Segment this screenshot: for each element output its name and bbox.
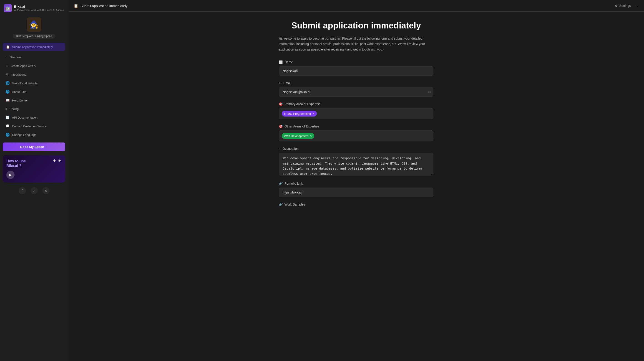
sidebar-item-language[interactable]: 🌐 Change Language <box>3 131 65 139</box>
sidebar-item-about[interactable]: 🌐 About Bika <box>3 88 65 96</box>
occupation-label-text: Occupation <box>282 147 298 150</box>
portfolio-label-text: Portfolio Link <box>284 182 303 185</box>
more-options-button[interactable]: ⋯ <box>634 3 638 8</box>
sidebar-item-pricing[interactable]: $ Pricing <box>3 105 65 113</box>
primary-expertise-label-text: Primary Area of Expertise <box>284 102 321 106</box>
sidebar-item-contact[interactable]: 💬 Contact Customer Service <box>3 122 65 130</box>
occupation-field: ≡ Occupation Web development engineers a… <box>279 147 434 176</box>
facebook-icon[interactable]: f <box>19 187 26 194</box>
api-docs-icon: 📄 <box>6 115 10 120</box>
settings-label: Settings <box>619 4 631 8</box>
language-icon: 🌐 <box>6 133 10 137</box>
primary-expertise-label: 🎯 Primary Area of Expertise <box>279 102 434 106</box>
sidebar-active-submit[interactable]: 📋 Submit application immediately <box>3 43 65 51</box>
social-links: f ♪ ✕ <box>0 184 68 198</box>
portfolio-link-field: 🔗 Portfolio Link <box>279 182 434 197</box>
other-expertise-tag-close[interactable]: ✕ <box>310 134 312 138</box>
sidebar-active-label: Submit application immediately <box>12 45 53 49</box>
form-container: Submit application immediately Hi, welco… <box>279 21 434 206</box>
email-input[interactable] <box>279 87 434 97</box>
avatar: 🧙 <box>27 17 42 32</box>
nav-pricing-label: Pricing <box>10 107 19 111</box>
nav-contact-label: Contact Customer Service <box>12 125 46 128</box>
topbar: 📋 Submit application immediately ⚙ Setti… <box>68 0 644 12</box>
help-icon: 📖 <box>6 98 10 102</box>
other-expertise-label-icon: 🎯 <box>279 125 283 128</box>
create-apps-icon: ◎ <box>6 64 8 68</box>
twitter-label: ✕ <box>44 189 47 193</box>
name-input[interactable] <box>279 66 434 76</box>
nav-discover-label: Discover <box>10 56 22 59</box>
settings-icon: ⚙ <box>615 4 618 8</box>
work-samples-field: 🔗 Work Samples <box>279 203 434 206</box>
primary-expertise-tag-close[interactable]: ✕ <box>312 112 314 115</box>
sidebar-item-discover[interactable]: ○ Discover <box>3 53 65 61</box>
promo-stars: ✦ ✦ <box>52 158 62 163</box>
name-label: ⬜ Name <box>279 60 434 64</box>
other-expertise-tag-text: Web Development <box>284 134 308 138</box>
sidebar-nav: ○ Discover ◎ Create Apps with AI ◎ Integ… <box>0 52 68 140</box>
nav-integrations-label: Integrations <box>11 73 26 76</box>
sidebar: 🤖 Bika.ai Automate your work with Busine… <box>0 0 68 361</box>
email-input-wrapper: ✉ <box>279 87 434 97</box>
main-area: 📋 Submit application immediately ⚙ Setti… <box>68 0 644 361</box>
brand-subtitle: Automate your work with Business AI Agen… <box>14 9 64 12</box>
work-samples-label-text: Work Samples <box>284 203 305 206</box>
go-to-space-label: Go to My Space → <box>20 145 48 149</box>
about-icon: 🌐 <box>6 90 10 94</box>
facebook-label: f <box>22 189 23 193</box>
sidebar-avatar-section: 🧙 Bika Template Building Space <box>0 15 68 42</box>
primary-expertise-field: 🎯 Primary Area of Expertise IT and Progr… <box>279 102 434 119</box>
portfolio-label-icon: 🔗 <box>279 182 283 185</box>
occupation-textarea[interactable]: Web development engineers are responsibl… <box>279 153 434 175</box>
discover-icon: ○ <box>6 55 8 59</box>
form-main-title: Submit application immediately <box>279 21 434 31</box>
name-label-text: Name <box>284 60 293 64</box>
nav-language-label: Change Language <box>12 133 36 137</box>
name-field: ⬜ Name <box>279 60 434 76</box>
content-area: Submit application immediately Hi, welco… <box>68 12 644 361</box>
integrations-icon: ◎ <box>6 72 8 77</box>
promo-line1: How to use <box>6 159 26 163</box>
email-input-icon: ✉ <box>428 90 431 94</box>
go-to-my-space-button[interactable]: Go to My Space → <box>3 143 65 151</box>
nav-visit-website-label: Visit official website <box>12 82 38 85</box>
other-expertise-tag[interactable]: Web Development ✕ <box>282 133 314 139</box>
space-badge[interactable]: Bika Template Building Space <box>13 34 55 39</box>
promo-play-button[interactable]: ▶ <box>6 171 14 179</box>
email-label-icon: ✉ <box>279 81 282 85</box>
email-field: ✉ Email ✉ <box>279 81 434 97</box>
primary-expertise-tag-container[interactable]: IT and Programming ✕ <box>279 108 434 119</box>
sidebar-item-create-apps[interactable]: ◎ Create Apps with AI <box>3 62 65 70</box>
other-expertise-label: 🎯 Other Areas of Expertise <box>279 125 434 128</box>
promo-line2: Bika.ai ? <box>6 164 22 168</box>
nav-api-docs-label: API Documentation <box>12 116 38 119</box>
occupation-label-icon: ≡ <box>279 147 280 150</box>
twitter-icon[interactable]: ✕ <box>42 187 50 194</box>
tiktok-icon[interactable]: ♪ <box>30 187 38 194</box>
visit-website-icon: 🌐 <box>6 81 10 85</box>
sidebar-item-help[interactable]: 📖 Help Center <box>3 96 65 105</box>
contact-icon: 💬 <box>6 124 10 128</box>
settings-button[interactable]: ⚙ Settings <box>615 4 631 8</box>
primary-expertise-tag-text: IT and Programming <box>284 112 311 115</box>
sidebar-item-visit-website[interactable]: 🌐 Visit official website <box>3 79 65 87</box>
other-expertise-label-text: Other Areas of Expertise <box>284 125 319 128</box>
primary-expertise-label-icon: 🎯 <box>279 102 283 106</box>
topbar-right: ⚙ Settings ⋯ <box>615 3 638 8</box>
primary-expertise-tag[interactable]: IT and Programming ✕ <box>282 111 317 117</box>
topbar-title: Submit application immediately <box>80 4 128 8</box>
portfolio-link-input[interactable] <box>279 188 434 197</box>
nav-create-apps-label: Create Apps with AI <box>11 64 36 68</box>
sidebar-brand-info: Bika.ai Automate your work with Business… <box>14 5 64 12</box>
submit-icon: 📋 <box>6 45 10 49</box>
tiktok-label: ♪ <box>33 189 35 193</box>
other-expertise-tag-container[interactable]: Web Development ✕ <box>279 130 434 141</box>
topbar-left: 📋 Submit application immediately <box>74 4 128 8</box>
nav-help-label: Help Center <box>12 99 28 102</box>
sidebar-item-api-docs[interactable]: 📄 API Documentation <box>3 113 65 122</box>
work-samples-label-icon: 🔗 <box>279 203 283 206</box>
sidebar-header: 🤖 Bika.ai Automate your work with Busine… <box>0 0 68 15</box>
occupation-label: ≡ Occupation <box>279 147 434 150</box>
sidebar-item-integrations[interactable]: ◎ Integrations <box>3 70 65 79</box>
